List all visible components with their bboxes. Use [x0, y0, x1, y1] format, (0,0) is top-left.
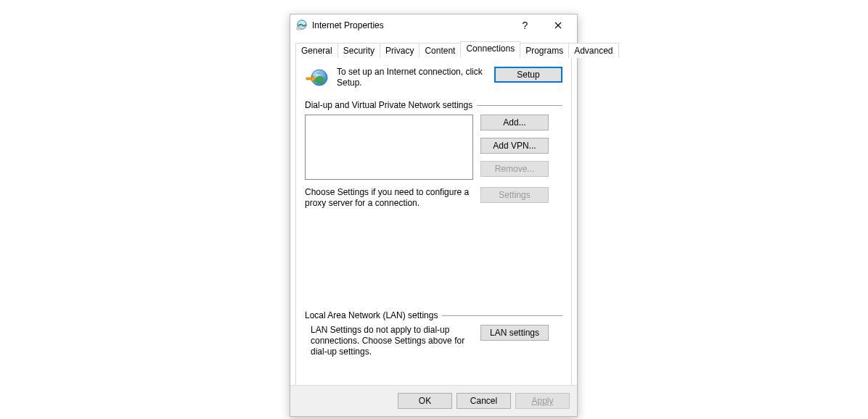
tab-connections[interactable]: Connections [460, 41, 520, 58]
lan-group-header: Local Area Network (LAN) settings [305, 310, 562, 320]
connections-listbox[interactable] [305, 115, 473, 180]
titlebar: Internet Properties ? [290, 14, 577, 36]
divider-line [477, 105, 562, 106]
internet-options-icon [296, 19, 308, 33]
add-vpn-button[interactable]: Add VPN... [480, 138, 549, 154]
setup-row: To set up an Internet connection, click … [305, 67, 562, 90]
help-button[interactable]: ? [509, 15, 541, 36]
tab-security[interactable]: Security [337, 43, 380, 58]
ok-button[interactable]: OK [398, 393, 452, 409]
lan-description: LAN Settings do not apply to dial-up con… [305, 325, 473, 357]
setup-button[interactable]: Setup [494, 67, 562, 83]
title-area: Internet Properties [296, 19, 509, 33]
svg-rect-3 [298, 28, 300, 29]
lan-header-label: Local Area Network (LAN) settings [305, 310, 438, 320]
dialog-footer: OK Cancel Apply [290, 385, 577, 416]
tab-strip: General Security Privacy Content Connect… [295, 41, 572, 58]
lan-row: LAN Settings do not apply to dial-up con… [305, 325, 562, 357]
globe-connect-icon [305, 67, 329, 90]
proxy-settings-row: Choose Settings if you need to configure… [305, 187, 562, 209]
dialup-buttons-column: Add... Add VPN... Remove... [480, 115, 549, 177]
settings-button: Settings [480, 187, 549, 203]
dialup-header-label: Dial-up and Virtual Private Network sett… [305, 100, 472, 110]
lan-settings-button[interactable]: LAN settings [480, 325, 549, 341]
add-button[interactable]: Add... [480, 115, 549, 130]
tab-advanced[interactable]: Advanced [568, 43, 618, 58]
tab-privacy[interactable]: Privacy [380, 43, 419, 58]
proxy-settings-description: Choose Settings if you need to configure… [305, 187, 473, 209]
dialup-row: Add... Add VPN... Remove... [305, 115, 562, 180]
tabs-container: General Security Privacy Content Connect… [290, 36, 577, 391]
dialup-group-header: Dial-up and Virtual Private Network sett… [305, 100, 562, 110]
lan-group: Local Area Network (LAN) settings LAN Se… [305, 309, 562, 357]
svg-rect-2 [298, 28, 300, 28]
connections-panel: To set up an Internet connection, click … [295, 57, 572, 391]
remove-button: Remove... [480, 161, 549, 177]
cancel-button[interactable]: Cancel [456, 393, 511, 409]
window-title: Internet Properties [312, 20, 384, 30]
close-button[interactable] [541, 15, 574, 36]
internet-properties-dialog: Internet Properties ? General Security P… [290, 14, 578, 417]
tab-content[interactable]: Content [419, 43, 461, 58]
tab-programs[interactable]: Programs [520, 43, 569, 58]
apply-button: Apply [515, 393, 570, 409]
setup-description: To set up an Internet connection, click … [337, 67, 487, 88]
tab-general[interactable]: General [295, 43, 338, 58]
divider-line [442, 315, 562, 316]
